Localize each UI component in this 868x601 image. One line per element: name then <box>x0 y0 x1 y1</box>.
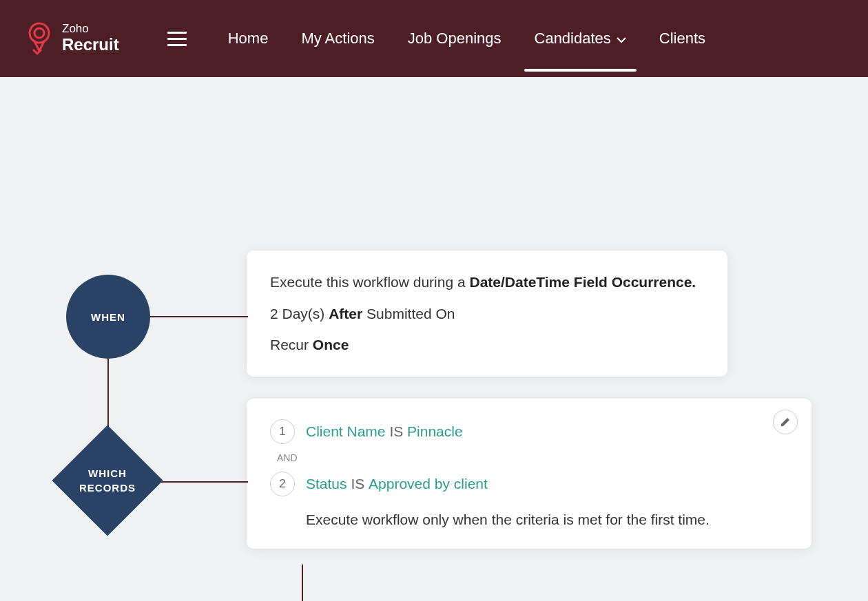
criteria-field: Status <box>306 476 347 492</box>
criteria-value: Pinnacle <box>407 423 463 439</box>
nav-my-actions[interactable]: My Actions <box>301 2 374 75</box>
connector-line <box>302 565 303 601</box>
nav-job-openings[interactable]: Job Openings <box>408 2 502 75</box>
connector-line <box>158 481 248 483</box>
connector-line <box>145 316 248 317</box>
criteria-field: Client Name <box>306 423 386 439</box>
criteria-row-1: 1 Client Name IS Pinnacle <box>270 419 788 444</box>
criteria-operator: IS <box>389 423 403 439</box>
logo-icon <box>25 21 54 56</box>
criteria-note: Execute workflow only when the criteria … <box>306 512 788 528</box>
top-nav: Home My Actions Job Openings Candidates … <box>228 2 705 75</box>
logo-line2: Recruit <box>62 36 119 54</box>
nav-home[interactable]: Home <box>228 2 269 75</box>
nav-candidates[interactable]: Candidates <box>535 2 626 75</box>
logo[interactable]: Zoho Recruit <box>25 21 119 56</box>
criteria-join: AND <box>277 452 788 463</box>
criteria-row-2: 2 Status IS Approved by client <box>270 472 788 496</box>
logo-line1: Zoho <box>62 23 119 36</box>
when-node[interactable]: WHEN <box>66 275 150 359</box>
header: Zoho Recruit Home My Actions Job Opening… <box>0 0 868 77</box>
when-card[interactable]: Execute this workflow during a Date/Date… <box>247 251 727 377</box>
chevron-down-icon <box>617 30 626 48</box>
criteria-number: 2 <box>270 472 295 496</box>
hamburger-menu-icon[interactable] <box>167 32 187 46</box>
when-line1: Execute this workflow during a Date/Date… <box>270 271 704 293</box>
nav-candidates-label: Candidates <box>535 30 611 48</box>
edit-button[interactable] <box>773 410 798 434</box>
which-records-card[interactable]: 1 Client Name IS Pinnacle AND 2 Status I… <box>247 399 812 549</box>
svg-point-1 <box>34 28 44 38</box>
which-label-2: RECORDS <box>79 481 136 495</box>
when-node-label: WHEN <box>91 311 125 323</box>
svg-point-0 <box>30 23 49 43</box>
criteria-value: Approved by client <box>369 476 488 492</box>
when-line3: Recur Once <box>270 334 704 356</box>
nav-clients[interactable]: Clients <box>659 2 705 75</box>
criteria-operator: IS <box>351 476 364 492</box>
workflow-canvas: WHEN WHICH RECORDS Execute this workflow… <box>0 77 868 125</box>
when-line2: 2 Day(s) After Submitted On <box>270 303 704 325</box>
logo-text: Zoho Recruit <box>62 23 119 54</box>
criteria-number: 1 <box>270 419 295 444</box>
pencil-icon <box>780 417 791 428</box>
which-label-1: WHICH <box>88 466 127 481</box>
which-records-node[interactable]: WHICH RECORDS <box>52 425 163 536</box>
